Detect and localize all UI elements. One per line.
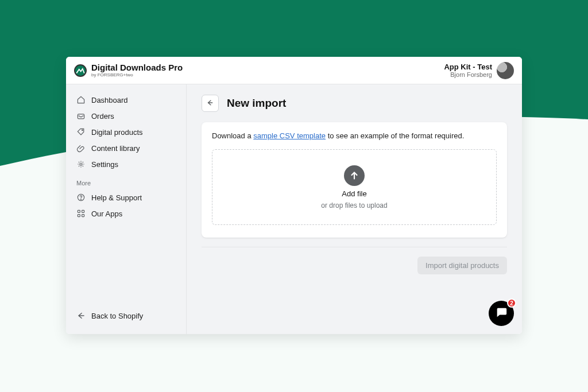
brand: Digital Downloads Pro by FORSBERG+two — [74, 63, 183, 77]
brand-title: Digital Downloads Pro — [91, 63, 183, 72]
sidebar-item-our-apps[interactable]: Our Apps — [71, 206, 181, 221]
sample-csv-link[interactable]: sample CSV template — [253, 131, 326, 140]
sidebar: Dashboard Orders Digital products — [66, 84, 187, 334]
svg-rect-0 — [78, 114, 84, 119]
app-shell: Digital Downloads Pro by FORSBERG+two Ap… — [66, 57, 522, 334]
attachment-icon — [76, 143, 86, 153]
dropzone-subtitle: or drop files to upload — [321, 201, 387, 209]
sidebar-item-label: Settings — [91, 160, 118, 169]
svg-point-1 — [82, 130, 83, 131]
svg-rect-6 — [82, 210, 84, 212]
apps-icon — [76, 209, 86, 218]
brand-subtitle: by FORSBERG+two — [91, 73, 183, 77]
upload-icon — [344, 165, 365, 186]
sidebar-item-label: Content library — [91, 144, 140, 153]
svg-rect-5 — [78, 210, 80, 212]
chat-badge: 2 — [507, 298, 516, 308]
sidebar-item-orders[interactable]: Orders — [71, 108, 181, 123]
user-name: Bjorn Forsberg — [444, 71, 492, 78]
page-title: New import — [227, 97, 286, 110]
back-to-shopify-link[interactable]: Back to Shopify — [71, 305, 181, 326]
chat-icon — [495, 306, 508, 321]
sidebar-item-help-support[interactable]: Help & Support — [71, 190, 181, 205]
brand-logo-icon — [74, 64, 87, 77]
sidebar-item-label: Dashboard — [91, 96, 128, 104]
inbox-icon — [76, 111, 86, 121]
import-button[interactable]: Import digital products — [417, 257, 507, 274]
svg-point-2 — [80, 163, 82, 165]
sidebar-item-label: Help & Support — [91, 193, 142, 202]
divider — [202, 247, 507, 247]
sidebar-item-label: Digital products — [91, 128, 143, 137]
arrow-left-icon — [206, 99, 214, 108]
import-card: Download a sample CSV template to see an… — [202, 122, 507, 238]
avatar — [497, 62, 514, 79]
back-to-shopify-label: Back to Shopify — [91, 312, 143, 320]
dropzone-title: Add file — [342, 189, 366, 198]
sidebar-item-label: Our Apps — [91, 209, 122, 218]
svg-rect-7 — [78, 215, 80, 217]
sidebar-item-digital-products[interactable]: Digital products — [71, 125, 181, 139]
tag-icon — [76, 127, 86, 137]
help-icon — [76, 193, 86, 202]
main-content: New import Download a sample CSV templat… — [187, 84, 522, 334]
svg-point-4 — [81, 199, 82, 200]
file-dropzone[interactable]: Add file or drop files to upload — [212, 149, 497, 225]
arrow-left-icon — [76, 311, 86, 320]
back-button[interactable] — [202, 95, 219, 112]
user-menu[interactable]: App Kit - Test Bjorn Forsberg — [444, 62, 514, 79]
chat-launcher[interactable]: 2 — [489, 301, 514, 326]
sidebar-item-dashboard[interactable]: Dashboard — [71, 92, 181, 107]
svg-rect-8 — [82, 215, 84, 217]
topbar: Digital Downloads Pro by FORSBERG+two Ap… — [66, 57, 522, 84]
gear-icon — [76, 160, 86, 169]
sidebar-item-settings[interactable]: Settings — [71, 157, 181, 172]
user-account: App Kit - Test — [444, 63, 492, 71]
sidebar-item-label: Orders — [91, 112, 114, 121]
card-description: Download a sample CSV template to see an… — [212, 131, 497, 140]
sidebar-item-content-library[interactable]: Content library — [71, 141, 181, 156]
sidebar-section-more: More — [71, 172, 181, 190]
home-icon — [76, 95, 86, 104]
